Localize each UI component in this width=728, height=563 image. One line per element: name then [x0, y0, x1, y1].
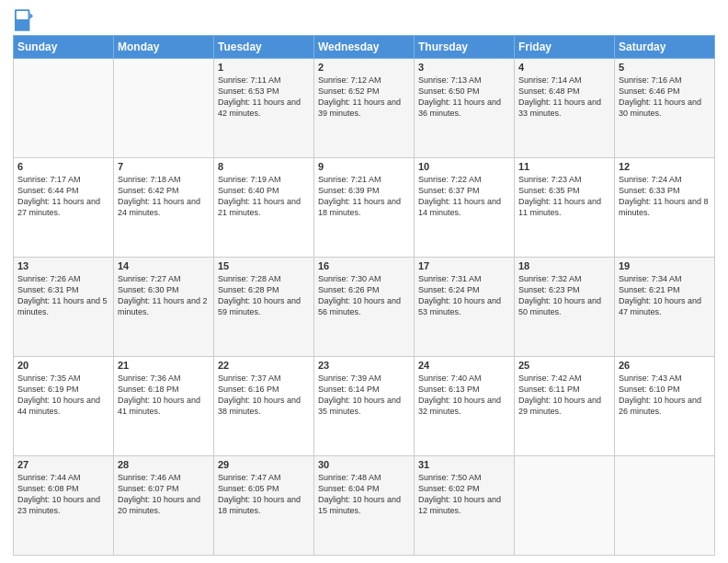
- day-number: 19: [619, 260, 711, 271]
- calendar-cell: 13Sunrise: 7:26 AM Sunset: 6:31 PM Dayli…: [14, 258, 114, 357]
- svg-marker-1: [29, 13, 33, 19]
- day-header-friday: Friday: [515, 36, 615, 59]
- calendar-cell: [515, 456, 615, 556]
- day-header-wednesday: Wednesday: [314, 36, 415, 59]
- calendar-cell: 8Sunrise: 7:19 AM Sunset: 6:40 PM Daylig…: [214, 158, 314, 258]
- day-info: Sunrise: 7:11 AM Sunset: 6:53 PM Dayligh…: [218, 75, 310, 120]
- logo-icon: [15, 9, 33, 31]
- calendar-cell: 10Sunrise: 7:22 AM Sunset: 6:37 PM Dayli…: [415, 158, 515, 258]
- day-number: 30: [318, 459, 410, 470]
- page: SundayMondayTuesdayWednesdayThursdayFrid…: [0, 0, 728, 563]
- week-row-1: 1Sunrise: 7:11 AM Sunset: 6:53 PM Daylig…: [14, 59, 715, 158]
- day-info: Sunrise: 7:46 AM Sunset: 6:07 PM Dayligh…: [118, 472, 210, 517]
- day-number: 5: [619, 62, 711, 73]
- day-number: 22: [218, 360, 310, 371]
- calendar-cell: 22Sunrise: 7:37 AM Sunset: 6:16 PM Dayli…: [214, 357, 314, 456]
- day-info: Sunrise: 7:43 AM Sunset: 6:10 PM Dayligh…: [619, 373, 711, 418]
- day-info: Sunrise: 7:16 AM Sunset: 6:46 PM Dayligh…: [619, 75, 711, 120]
- day-number: 20: [17, 360, 109, 371]
- day-number: 6: [17, 161, 109, 172]
- day-info: Sunrise: 7:13 AM Sunset: 6:50 PM Dayligh…: [418, 75, 510, 120]
- day-number: 29: [218, 459, 310, 470]
- day-info: Sunrise: 7:14 AM Sunset: 6:48 PM Dayligh…: [518, 75, 610, 120]
- day-number: 17: [418, 260, 510, 271]
- day-info: Sunrise: 7:18 AM Sunset: 6:42 PM Dayligh…: [118, 174, 210, 219]
- day-number: 26: [619, 360, 711, 371]
- calendar-cell: 2Sunrise: 7:12 AM Sunset: 6:52 PM Daylig…: [314, 59, 415, 158]
- day-header-saturday: Saturday: [615, 36, 715, 59]
- calendar-cell: [14, 59, 114, 158]
- calendar-cell: 25Sunrise: 7:42 AM Sunset: 6:11 PM Dayli…: [515, 357, 615, 456]
- calendar-cell: 18Sunrise: 7:32 AM Sunset: 6:23 PM Dayli…: [515, 258, 615, 357]
- day-info: Sunrise: 7:28 AM Sunset: 6:28 PM Dayligh…: [218, 273, 310, 318]
- day-number: 27: [17, 459, 109, 470]
- day-number: 31: [418, 459, 510, 470]
- day-info: Sunrise: 7:47 AM Sunset: 6:05 PM Dayligh…: [218, 472, 310, 517]
- calendar-cell: [615, 456, 715, 556]
- day-info: Sunrise: 7:36 AM Sunset: 6:18 PM Dayligh…: [118, 373, 210, 418]
- day-number: 24: [418, 360, 510, 371]
- day-info: Sunrise: 7:35 AM Sunset: 6:19 PM Dayligh…: [17, 373, 109, 418]
- calendar-cell: 28Sunrise: 7:46 AM Sunset: 6:07 PM Dayli…: [114, 456, 214, 556]
- calendar-cell: 30Sunrise: 7:48 AM Sunset: 6:04 PM Dayli…: [314, 456, 415, 556]
- day-number: 15: [218, 260, 310, 271]
- day-header-tuesday: Tuesday: [214, 36, 314, 59]
- header: [13, 9, 715, 31]
- day-number: 16: [318, 260, 410, 271]
- day-number: 18: [518, 260, 610, 271]
- day-info: Sunrise: 7:31 AM Sunset: 6:24 PM Dayligh…: [418, 273, 510, 318]
- calendar-cell: 29Sunrise: 7:47 AM Sunset: 6:05 PM Dayli…: [214, 456, 314, 556]
- calendar-cell: 15Sunrise: 7:28 AM Sunset: 6:28 PM Dayli…: [214, 258, 314, 357]
- day-header-thursday: Thursday: [415, 36, 515, 59]
- calendar-cell: [114, 59, 214, 158]
- day-number: 21: [118, 360, 210, 371]
- day-info: Sunrise: 7:12 AM Sunset: 6:52 PM Dayligh…: [318, 75, 410, 120]
- calendar-cell: 26Sunrise: 7:43 AM Sunset: 6:10 PM Dayli…: [615, 357, 715, 456]
- day-info: Sunrise: 7:22 AM Sunset: 6:37 PM Dayligh…: [418, 174, 510, 219]
- calendar-cell: 6Sunrise: 7:17 AM Sunset: 6:44 PM Daylig…: [14, 158, 114, 258]
- day-number: 9: [318, 161, 410, 172]
- calendar-cell: 20Sunrise: 7:35 AM Sunset: 6:19 PM Dayli…: [14, 357, 114, 456]
- day-header-monday: Monday: [114, 36, 214, 59]
- day-number: 25: [518, 360, 610, 371]
- day-info: Sunrise: 7:40 AM Sunset: 6:13 PM Dayligh…: [418, 373, 510, 418]
- calendar-cell: 21Sunrise: 7:36 AM Sunset: 6:18 PM Dayli…: [114, 357, 214, 456]
- week-row-2: 6Sunrise: 7:17 AM Sunset: 6:44 PM Daylig…: [14, 158, 715, 258]
- day-info: Sunrise: 7:24 AM Sunset: 6:33 PM Dayligh…: [619, 174, 711, 219]
- calendar-body: 1Sunrise: 7:11 AM Sunset: 6:53 PM Daylig…: [14, 59, 715, 556]
- day-info: Sunrise: 7:30 AM Sunset: 6:26 PM Dayligh…: [318, 273, 410, 318]
- day-info: Sunrise: 7:39 AM Sunset: 6:14 PM Dayligh…: [318, 373, 410, 418]
- day-info: Sunrise: 7:27 AM Sunset: 6:30 PM Dayligh…: [118, 273, 210, 318]
- day-info: Sunrise: 7:44 AM Sunset: 6:08 PM Dayligh…: [17, 472, 109, 517]
- day-info: Sunrise: 7:32 AM Sunset: 6:23 PM Dayligh…: [518, 273, 610, 318]
- calendar-cell: 19Sunrise: 7:34 AM Sunset: 6:21 PM Dayli…: [615, 258, 715, 357]
- day-info: Sunrise: 7:42 AM Sunset: 6:11 PM Dayligh…: [518, 373, 610, 418]
- day-number: 8: [218, 161, 310, 172]
- calendar-cell: 9Sunrise: 7:21 AM Sunset: 6:39 PM Daylig…: [314, 158, 415, 258]
- day-info: Sunrise: 7:19 AM Sunset: 6:40 PM Dayligh…: [218, 174, 310, 219]
- calendar-cell: 4Sunrise: 7:14 AM Sunset: 6:48 PM Daylig…: [515, 59, 615, 158]
- week-row-3: 13Sunrise: 7:26 AM Sunset: 6:31 PM Dayli…: [14, 258, 715, 357]
- day-info: Sunrise: 7:21 AM Sunset: 6:39 PM Dayligh…: [318, 174, 410, 219]
- day-header-sunday: Sunday: [14, 36, 114, 59]
- day-number: 10: [418, 161, 510, 172]
- logo: [13, 9, 35, 31]
- day-number: 4: [518, 62, 610, 73]
- day-info: Sunrise: 7:37 AM Sunset: 6:16 PM Dayligh…: [218, 373, 310, 418]
- calendar: SundayMondayTuesdayWednesdayThursdayFrid…: [13, 35, 715, 556]
- calendar-cell: 3Sunrise: 7:13 AM Sunset: 6:50 PM Daylig…: [415, 59, 515, 158]
- calendar-cell: 17Sunrise: 7:31 AM Sunset: 6:24 PM Dayli…: [415, 258, 515, 357]
- svg-rect-2: [17, 11, 28, 19]
- calendar-cell: 27Sunrise: 7:44 AM Sunset: 6:08 PM Dayli…: [14, 456, 114, 556]
- day-info: Sunrise: 7:26 AM Sunset: 6:31 PM Dayligh…: [17, 273, 109, 318]
- day-number: 13: [17, 260, 109, 271]
- day-number: 23: [318, 360, 410, 371]
- day-info: Sunrise: 7:48 AM Sunset: 6:04 PM Dayligh…: [318, 472, 410, 517]
- day-number: 7: [118, 161, 210, 172]
- day-number: 12: [619, 161, 711, 172]
- day-number: 28: [118, 459, 210, 470]
- calendar-cell: 5Sunrise: 7:16 AM Sunset: 6:46 PM Daylig…: [615, 59, 715, 158]
- day-info: Sunrise: 7:23 AM Sunset: 6:35 PM Dayligh…: [518, 174, 610, 219]
- calendar-cell: 12Sunrise: 7:24 AM Sunset: 6:33 PM Dayli…: [615, 158, 715, 258]
- calendar-cell: 31Sunrise: 7:50 AM Sunset: 6:02 PM Dayli…: [415, 456, 515, 556]
